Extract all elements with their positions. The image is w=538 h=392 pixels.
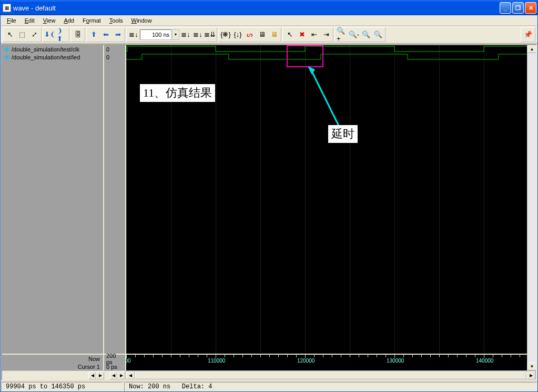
window-title: wave - default bbox=[13, 4, 500, 12]
run-icon[interactable]: ≣↓ bbox=[180, 29, 191, 40]
scroll-up-icon[interactable]: ▲ bbox=[527, 45, 536, 53]
scroll-right-icon[interactable]: ▶ bbox=[96, 372, 104, 379]
status-info: Now: 200 ns Delta: 4 bbox=[124, 382, 537, 391]
cursor-tool-icon[interactable]: ↖ bbox=[284, 29, 296, 40]
annotation-result: 11、仿真结果 bbox=[140, 84, 215, 102]
ruler-tick-label: 110000 bbox=[208, 358, 225, 364]
signal-diamond-icon bbox=[4, 47, 9, 52]
profile-icon[interactable]: 🖥 bbox=[256, 29, 268, 40]
waveform-panel[interactable]: 11、仿真结果 延时 bbox=[125, 45, 527, 370]
step-icon[interactable]: {↓} bbox=[232, 29, 243, 40]
now-value: 200 ps bbox=[104, 355, 125, 363]
value-panel-scrollbar[interactable]: ◀ ▶ bbox=[109, 372, 125, 379]
zoom-cursor-icon[interactable]: 🔍 bbox=[372, 29, 384, 40]
no-force-icon[interactable]: ✖ bbox=[296, 29, 308, 40]
maximize-button[interactable]: ❐ bbox=[512, 2, 524, 14]
zoom-full-icon[interactable]: 🔍 bbox=[360, 29, 372, 40]
now-label: Now bbox=[2, 355, 103, 363]
scroll-right-icon[interactable]: ▶ bbox=[117, 372, 125, 379]
menu-add[interactable]: Add bbox=[59, 16, 78, 25]
scroll-down-icon[interactable]: ▼ bbox=[527, 363, 536, 370]
scroll-left-icon[interactable]: ◀ bbox=[126, 372, 135, 379]
continue-run-icon[interactable]: ≣↓ bbox=[192, 29, 204, 40]
show-drivers-icon[interactable]: 🗄 bbox=[72, 29, 84, 40]
minimize-button[interactable]: _ bbox=[500, 2, 511, 14]
signal-row[interactable]: /double_simulation/test/clk bbox=[2, 45, 103, 53]
app-icon: ▦ bbox=[3, 4, 11, 12]
svg-marker-3 bbox=[308, 66, 315, 75]
waveform-display[interactable]: 11、仿真结果 延时 bbox=[126, 45, 527, 354]
close-button[interactable]: ✕ bbox=[525, 2, 536, 14]
annotation-delay: 延时 bbox=[328, 125, 358, 143]
menu-edit[interactable]: Edit bbox=[21, 16, 39, 25]
select-mode-icon[interactable]: ⬚ bbox=[16, 29, 28, 40]
svg-line-2 bbox=[311, 69, 339, 127]
ruler-tick-label: 130000 bbox=[387, 358, 404, 364]
signal-row[interactable]: /double_simulation/test/led bbox=[2, 53, 103, 61]
find-next-edge-icon[interactable]: ⇥ bbox=[320, 29, 332, 40]
signal-panel-scrollbar[interactable]: ◀ ▶ bbox=[88, 372, 104, 379]
toolbar: ↖ ⬚ ⤢ ⬇❨ ❩⬆ 🗄 ⬆ ⬅ ➡ ≣↓ ▼ ≣↓ ≣↓ ≣⇊ {❋} {↓… bbox=[1, 26, 537, 44]
time-dropdown-icon[interactable]: ▼ bbox=[172, 29, 179, 40]
time-input[interactable] bbox=[140, 29, 171, 40]
pointer-tool-icon[interactable]: ↖ bbox=[4, 29, 16, 40]
menu-view[interactable]: View bbox=[39, 16, 60, 25]
vertical-scrollbar[interactable]: ▲ ▼ bbox=[527, 45, 536, 370]
find-prev-edge-icon[interactable]: ⇤ bbox=[308, 29, 320, 40]
signal-name-label: /double_simulation/test/led bbox=[12, 54, 80, 60]
main-window: ▦ wave - default _ ❐ ✕ File Edit View Ad… bbox=[0, 0, 538, 392]
zoom-in-icon[interactable]: 🔍+ bbox=[336, 29, 348, 40]
statusbar: 99904 ps to 146350 ps Now: 200 ns Delta:… bbox=[1, 381, 537, 391]
delay-arrow-icon bbox=[308, 66, 350, 129]
signal-diamond-icon bbox=[4, 55, 9, 60]
svg-marker-1 bbox=[4, 55, 9, 60]
zoom-out-icon[interactable]: 🔍- bbox=[348, 29, 360, 40]
signal-name-panel[interactable]: /double_simulation/test/clk /double_simu… bbox=[2, 45, 103, 370]
zoom-mode-icon[interactable]: ⤢ bbox=[28, 29, 40, 40]
scrollbar-thumb[interactable] bbox=[135, 372, 526, 379]
restart-icon[interactable]: ⬆ bbox=[88, 29, 99, 40]
step-into-icon[interactable]: ⬇❨ bbox=[44, 29, 56, 40]
step-out-icon[interactable]: ❩⬆ bbox=[56, 29, 68, 40]
step-over-icon[interactable]: ᔕ bbox=[244, 29, 256, 40]
led-waveform bbox=[126, 53, 527, 61]
memory-icon[interactable]: 🖥 bbox=[268, 29, 280, 40]
menubar: File Edit View Add Format Tools Window bbox=[1, 15, 537, 26]
scroll-left-icon[interactable]: ◀ bbox=[88, 372, 96, 379]
status-time-range: 99904 ps to 146350 ps bbox=[1, 382, 123, 391]
svg-marker-0 bbox=[4, 47, 9, 52]
next-icon[interactable]: ➡ bbox=[112, 29, 124, 40]
run-all-icon[interactable]: ≣⇊ bbox=[204, 29, 216, 40]
clk-waveform bbox=[126, 45, 527, 53]
signal-value[interactable]: 0 bbox=[104, 53, 125, 61]
cursor-label: Cursor 1 bbox=[2, 363, 103, 370]
ruler-tick-label: 120000 bbox=[297, 358, 314, 364]
dock-icon[interactable]: 📌 bbox=[522, 29, 534, 40]
titlebar[interactable]: ▦ wave - default _ ❐ ✕ bbox=[1, 1, 537, 15]
scroll-left-icon[interactable]: ◀ bbox=[109, 372, 117, 379]
signal-value-panel[interactable]: 0 0 200 ps 0 ps bbox=[103, 45, 125, 370]
menu-file[interactable]: File bbox=[3, 16, 21, 25]
menu-format[interactable]: Format bbox=[78, 16, 105, 25]
ruler-tick-label: 000 bbox=[126, 358, 131, 364]
menu-tools[interactable]: Tools bbox=[105, 16, 127, 25]
ruler-tick-label: 140000 bbox=[476, 358, 493, 364]
prev-icon[interactable]: ⬅ bbox=[100, 29, 111, 40]
waveform-scrollbar[interactable]: ◀ ▶ bbox=[125, 371, 536, 380]
time-ruler[interactable]: 000 110000 120000 130000 140000 bbox=[126, 354, 527, 370]
scroll-right-icon[interactable]: ▶ bbox=[526, 372, 535, 379]
highlight-rectangle bbox=[287, 45, 323, 67]
horizontal-scroll-row: ◀ ▶ ◀ ▶ ◀ ▶ bbox=[2, 370, 536, 379]
signal-name-label: /double_simulation/test/clk bbox=[12, 46, 79, 53]
run-length-icon[interactable]: ≣↓ bbox=[128, 29, 139, 40]
menu-window[interactable]: Window bbox=[127, 16, 156, 25]
break-icon[interactable]: {❋} bbox=[220, 29, 231, 40]
signal-value[interactable]: 0 bbox=[104, 45, 125, 53]
content-area: /double_simulation/test/clk /double_simu… bbox=[1, 44, 537, 380]
